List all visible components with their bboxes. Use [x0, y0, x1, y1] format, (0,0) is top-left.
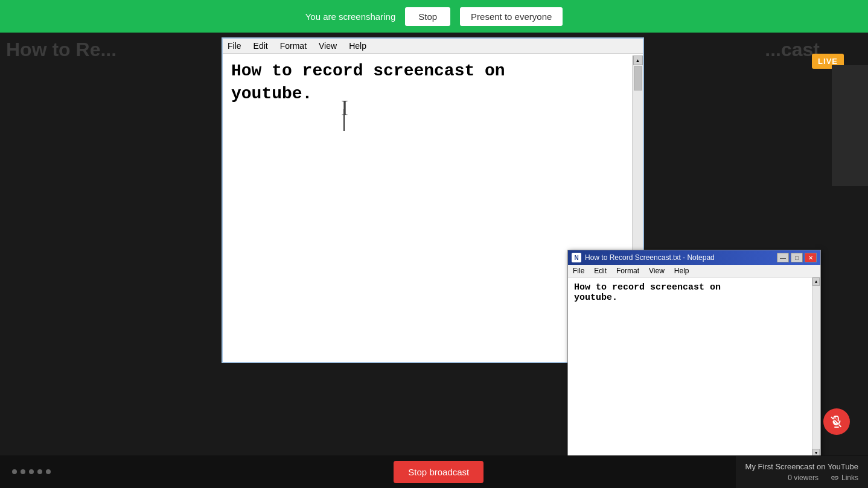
maximize-button[interactable]: □: [791, 253, 803, 262]
yt-stream-title: My First Screencast on YouTube: [745, 462, 858, 471]
mini-menu-file[interactable]: File: [573, 267, 584, 275]
dot-2: [21, 469, 25, 474]
dot-5: [46, 469, 51, 474]
notepad-mini-title-text: How to Record Screencast.txt - Notepad: [585, 253, 715, 262]
bottom-dots: [12, 469, 51, 474]
notepad-mini-titlebar: N How to Record Screencast.txt - Notepad…: [568, 250, 820, 265]
notepad-mini-window: N How to Record Screencast.txt - Notepad…: [567, 250, 821, 458]
dot-4: [37, 469, 42, 474]
yt-links-button[interactable]: Links: [831, 474, 858, 482]
links-icon: [831, 474, 839, 482]
scrollbar-up-button[interactable]: ▲: [633, 55, 643, 65]
bg-blur-left: How to Re...: [6, 39, 116, 61]
screenshare-bar: You are screensharing Stop Present to ev…: [0, 0, 868, 33]
notepad-menu-file[interactable]: File: [228, 41, 241, 51]
screenshare-status-text: You are screensharing: [305, 11, 396, 22]
notepad-large-menubar: File Edit Format View Help: [223, 39, 643, 54]
yt-stats-row: 0 viewers Links: [745, 474, 858, 482]
close-button[interactable]: ✕: [805, 253, 817, 262]
notepad-mini-menubar: File Edit Format View Help: [568, 265, 820, 277]
notepad-menu-help[interactable]: Help: [349, 41, 366, 51]
notepad-app-icon: N: [572, 253, 581, 262]
scrollbar-thumb[interactable]: [634, 66, 642, 90]
mini-scrollbar[interactable]: ▲ ▼: [812, 277, 820, 457]
window-controls: — □ ✕: [777, 253, 817, 262]
notepad-menu-view[interactable]: View: [319, 41, 337, 51]
mini-menu-format[interactable]: Format: [616, 267, 639, 275]
notepad-mini-text: How to record screencast onyoutube.: [574, 282, 814, 303]
notepad-large-text: How to record screencast onyoutube.: [231, 60, 634, 106]
youtube-info-panel: My First Screencast on YouTube 0 viewers…: [736, 456, 868, 488]
notepad-menu-format[interactable]: Format: [280, 41, 307, 51]
notepad-mini-title-section: N How to Record Screencast.txt - Notepad: [572, 253, 715, 262]
main-area: How to Re... ...cast File Edit Format Vi…: [0, 33, 868, 488]
notepad-menu-edit[interactable]: Edit: [254, 41, 268, 51]
stop-broadcast-button[interactable]: Stop broadcast: [394, 461, 483, 483]
ibeam-icon: I: [341, 97, 348, 119]
mini-menu-edit[interactable]: Edit: [594, 267, 607, 275]
mini-scrollbar-up[interactable]: ▲: [812, 277, 820, 286]
present-to-everyone-button[interactable]: Present to everyone: [460, 7, 563, 26]
dot-3: [29, 469, 34, 474]
notepad-mini-content[interactable]: How to record screencast onyoutube. ▲ ▼: [568, 277, 820, 457]
stop-screenshare-button[interactable]: Stop: [405, 7, 450, 26]
mini-menu-help[interactable]: Help: [674, 267, 689, 275]
yt-viewers-count: 0 viewers: [788, 474, 819, 482]
microphone-slash-icon: [830, 415, 843, 428]
mini-menu-view[interactable]: View: [649, 267, 665, 275]
mute-button[interactable]: [823, 408, 850, 435]
right-panel: [832, 65, 868, 186]
minimize-button[interactable]: —: [777, 253, 789, 262]
dot-1: [12, 469, 17, 474]
